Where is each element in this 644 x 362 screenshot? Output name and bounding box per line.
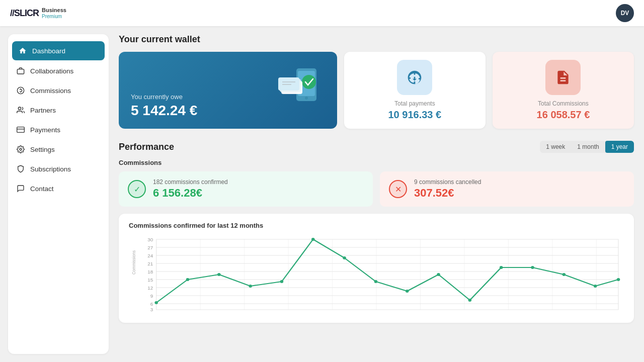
sidebar-item-payments[interactable]: Payments — [8, 120, 109, 139]
svg-point-52 — [280, 280, 284, 283]
svg-text:30: 30 — [147, 237, 153, 242]
wallet-payments-card: Total payments 10 916.33 € — [344, 52, 486, 129]
wallet-commissions-card: Total Commissions 16 058.57 € — [493, 52, 634, 129]
app-header: //SLICR Business Premium DV — [0, 0, 644, 26]
sidebar-label-partners: Partners — [30, 107, 56, 114]
performance-title: Performance — [119, 142, 174, 152]
svg-text:24: 24 — [147, 253, 153, 258]
commissions-card-amount: 16 058.57 € — [537, 109, 590, 121]
home-icon — [18, 46, 27, 55]
commission-cards: ✓ 182 commissions confirmed 6 156.28€ ✕ … — [119, 171, 634, 207]
confirmed-sublabel: 182 commissions confirmed — [153, 178, 228, 186]
sidebar-label-payments: Payments — [30, 126, 60, 134]
performance-header: Performance 1 week 1 month 1 year — [119, 141, 634, 153]
svg-point-2 — [18, 107, 21, 110]
main-layout: Dashboard Collaborations Commissions Par… — [0, 26, 644, 362]
svg-rect-0 — [17, 69, 24, 74]
sidebar-label-contact: Contact — [30, 185, 54, 193]
logo: //SLICR Business Premium — [10, 7, 66, 19]
wallet-illustration — [269, 56, 329, 116]
payments-card-amount: 10 916.33 € — [388, 109, 442, 121]
svg-point-50 — [217, 273, 221, 276]
cancelled-info: 9 commissions cancelled 307.52€ — [414, 178, 481, 200]
svg-text:27: 27 — [147, 245, 153, 250]
payments-card-label: Total payments — [394, 100, 435, 107]
confirmed-amount: 6 156.28€ — [153, 187, 228, 200]
sidebar-label-commissions: Commissions — [30, 87, 71, 95]
cancelled-icon: ✕ — [389, 180, 407, 198]
svg-point-56 — [406, 290, 409, 293]
svg-text:21: 21 — [147, 261, 153, 266]
svg-text:Commissions: Commissions — [131, 250, 136, 275]
sidebar-label-subscriptions: Subscriptions — [30, 165, 71, 173]
svg-point-54 — [343, 256, 346, 259]
period-tab-month[interactable]: 1 month — [571, 141, 605, 153]
sidebar-item-contact[interactable]: Contact — [8, 179, 109, 198]
svg-point-48 — [154, 301, 158, 304]
svg-text:15: 15 — [147, 277, 153, 282]
svg-text:6: 6 — [150, 301, 153, 306]
svg-point-9 — [302, 75, 316, 89]
svg-text:12: 12 — [147, 285, 153, 290]
confirmed-commissions-card: ✓ 182 commissions confirmed 6 156.28€ — [119, 171, 373, 207]
wallet-section-title: Your current wallet — [119, 34, 634, 45]
chart-container: Commissions confirmed for last 12 months — [119, 214, 634, 323]
svg-point-63 — [617, 278, 620, 281]
sidebar-item-subscriptions[interactable]: Subscriptions — [8, 159, 109, 178]
wallet-main-label: You currently owe — [131, 93, 325, 101]
subscriptions-icon — [16, 164, 25, 173]
collaborations-icon — [16, 66, 25, 75]
sidebar-item-dashboard[interactable]: Dashboard — [12, 41, 105, 60]
commissions-chart: 30 27 24 21 18 15 12 9 6 3 Commissions — [129, 234, 624, 315]
cancelled-amount: 307.52€ — [414, 187, 481, 200]
svg-point-49 — [186, 278, 190, 281]
svg-point-59 — [500, 266, 503, 269]
svg-point-61 — [562, 273, 566, 276]
logo-business-label: Business — [42, 7, 66, 13]
sidebar-item-collaborations[interactable]: Collaborations — [8, 61, 109, 80]
cancelled-sublabel: 9 commissions cancelled — [414, 178, 481, 186]
payments-icon — [16, 125, 25, 134]
avatar[interactable]: DV — [616, 4, 634, 22]
sidebar-label-collaborations: Collaborations — [30, 67, 73, 75]
sidebar-item-commissions[interactable]: Commissions — [8, 81, 109, 100]
period-tab-year[interactable]: 1 year — [605, 141, 634, 153]
svg-text:3: 3 — [150, 307, 153, 312]
partners-icon — [16, 106, 25, 115]
commissions-section-label: Commissions — [119, 159, 634, 166]
wallet-cards: You currently owe 5 142.24 € Total payme… — [119, 52, 634, 129]
svg-point-51 — [249, 285, 252, 288]
period-tabs: 1 week 1 month 1 year — [540, 141, 634, 153]
confirmed-icon: ✓ — [128, 180, 146, 198]
wallet-main-card: You currently owe 5 142.24 € — [119, 52, 337, 129]
commissions-card-icon — [545, 60, 581, 95]
cancelled-commissions-card: ✕ 9 commissions cancelled 307.52€ — [380, 171, 634, 207]
chart-title: Commissions confirmed for last 12 months — [129, 222, 624, 229]
sidebar-item-partners[interactable]: Partners — [8, 101, 109, 120]
sidebar-item-settings[interactable]: Settings — [8, 140, 109, 159]
svg-rect-12 — [278, 77, 299, 90]
period-tab-week[interactable]: 1 week — [540, 141, 571, 153]
settings-icon — [16, 145, 25, 154]
confirmed-info: 182 commissions confirmed 6 156.28€ — [153, 178, 228, 200]
svg-point-1 — [17, 87, 24, 94]
svg-point-55 — [374, 280, 378, 283]
svg-point-57 — [437, 273, 440, 276]
sidebar: Dashboard Collaborations Commissions Par… — [8, 34, 109, 354]
payments-card-icon — [397, 60, 432, 95]
svg-rect-3 — [17, 127, 25, 133]
svg-point-62 — [594, 285, 597, 288]
sidebar-label-settings: Settings — [30, 146, 55, 153]
logo-slicr-text: //SLICR — [10, 8, 39, 19]
chart-area: 30 27 24 21 18 15 12 9 6 3 Commissions — [129, 234, 624, 315]
commissions-icon — [16, 86, 25, 95]
svg-text:9: 9 — [150, 293, 153, 298]
svg-point-60 — [531, 266, 534, 269]
commissions-card-label: Total Commissions — [538, 100, 589, 107]
contact-icon — [16, 184, 25, 193]
logo-premium-label: Premium — [42, 14, 66, 19]
svg-point-5 — [20, 148, 22, 150]
svg-point-53 — [311, 238, 315, 241]
sidebar-label-dashboard: Dashboard — [32, 47, 65, 55]
svg-point-58 — [468, 299, 472, 302]
